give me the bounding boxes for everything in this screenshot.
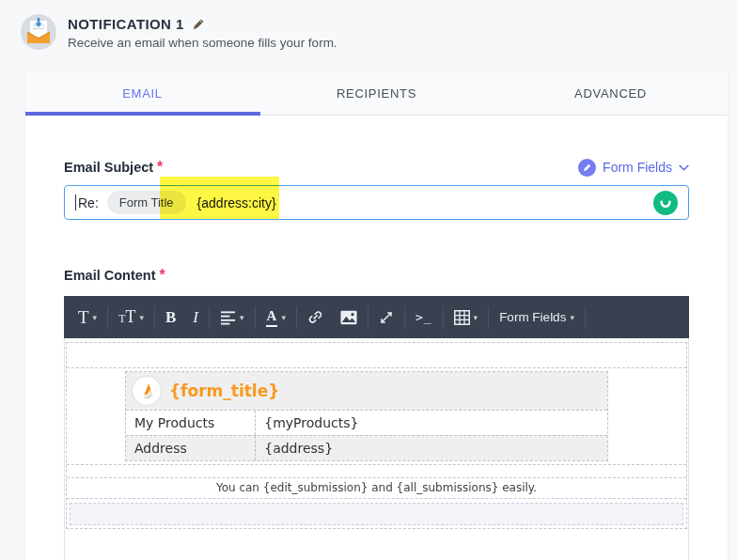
- text-caret: [75, 194, 76, 210]
- footer-block: [70, 503, 683, 525]
- email-content-label: Email Content*: [64, 267, 689, 284]
- pencil-logo-icon: [136, 381, 157, 401]
- saved-check-icon: [653, 191, 678, 215]
- form-fields-dropdown[interactable]: Form Fields: [578, 159, 689, 177]
- email-header-row: {form_title}: [126, 372, 607, 410]
- subject-prefix-text: Re:: [78, 195, 99, 210]
- editor-toolbar: T ▾ TT ▾ B I ▾: [64, 296, 689, 338]
- tab-advanced[interactable]: ADVANCED: [494, 72, 728, 115]
- italic-button[interactable]: I: [184, 296, 207, 338]
- tab-recipients[interactable]: RECIPIENTS: [259, 72, 494, 115]
- toolbar-separator: [154, 306, 155, 329]
- toolbar-separator: [585, 306, 586, 329]
- submission-links-note: You can {edit_submission} and {all_submi…: [67, 478, 686, 499]
- toolbar-separator: [209, 306, 210, 329]
- notification-settings-card: EMAIL RECIPIENTS ADVANCED Email Subject*…: [25, 72, 728, 560]
- tabbar: EMAIL RECIPIENTS ADVANCED: [25, 72, 728, 116]
- image-icon: [340, 310, 357, 325]
- image-button[interactable]: [332, 296, 366, 338]
- spacer-row: [67, 343, 686, 368]
- notification-title: NOTIFICATION 1: [68, 16, 184, 32]
- footer-row: [67, 499, 686, 528]
- align-left-icon: [220, 310, 236, 325]
- pencil-icon: [192, 18, 205, 31]
- active-tab-underline: [25, 112, 260, 116]
- saved-status-indicator: [653, 191, 678, 215]
- notification-header: NOTIFICATION 1 Receive an email when som…: [21, 14, 337, 50]
- address-city-token: {address:city}: [197, 195, 276, 210]
- toolbar-form-fields-button[interactable]: Form Fields ▾: [491, 296, 583, 338]
- link-button[interactable]: [299, 296, 332, 338]
- table-row: Address {address}: [126, 435, 607, 460]
- notification-subtitle: Receive an email when someone fills your…: [68, 36, 337, 50]
- form-title-chip[interactable]: Form Title: [107, 191, 186, 214]
- expand-button[interactable]: [370, 296, 402, 338]
- table-icon: [454, 310, 470, 325]
- form-title-token: {form_title}: [169, 381, 279, 400]
- notification-avatar: [21, 14, 56, 50]
- bold-button[interactable]: B: [157, 296, 184, 338]
- expand-icon: [379, 310, 394, 325]
- form-fields-pencil-badge: [578, 159, 596, 177]
- pencil-icon: [583, 163, 591, 172]
- spacer-row: [67, 465, 686, 478]
- toolbar-separator: [443, 306, 444, 329]
- email-content-editor[interactable]: {form_title} My Products {myProducts} Ad…: [64, 338, 689, 560]
- email-download-icon: [21, 14, 56, 50]
- chevron-down-icon: [679, 164, 689, 171]
- font-family-button[interactable]: T ▾: [70, 296, 105, 338]
- email-body-block: {form_title} My Products {myProducts} Ad…: [66, 342, 687, 529]
- source-code-button[interactable]: >_: [407, 296, 441, 338]
- form-fields-label: Form Fields: [603, 160, 672, 175]
- table-row: My Products {myProducts}: [126, 410, 607, 435]
- edit-title-button[interactable]: [192, 18, 205, 31]
- email-table-zone: {form_title} My Products {myProducts} Ad…: [67, 368, 686, 465]
- toolbar-separator: [255, 306, 256, 329]
- font-color-button[interactable]: A ▾: [258, 296, 294, 338]
- toolbar-separator: [368, 306, 368, 329]
- toolbar-separator: [296, 306, 297, 329]
- jotform-logo: [133, 377, 161, 405]
- font-size-button[interactable]: TT ▾: [110, 296, 152, 338]
- email-preview-table: {form_title} My Products {myProducts} Ad…: [125, 371, 608, 461]
- toolbar-separator: [404, 306, 405, 329]
- link-icon: [307, 309, 323, 325]
- email-subject-input[interactable]: Re: Form Title {address:city}: [64, 185, 689, 220]
- required-asterisk: *: [159, 267, 165, 283]
- table-button[interactable]: ▾: [446, 296, 487, 338]
- tab-email[interactable]: EMAIL: [25, 72, 259, 115]
- email-subject-label: Email Subject*: [64, 159, 163, 176]
- toolbar-separator: [107, 306, 108, 329]
- required-asterisk: *: [157, 159, 163, 175]
- toolbar-separator: [488, 306, 489, 329]
- align-button[interactable]: ▾: [212, 296, 253, 338]
